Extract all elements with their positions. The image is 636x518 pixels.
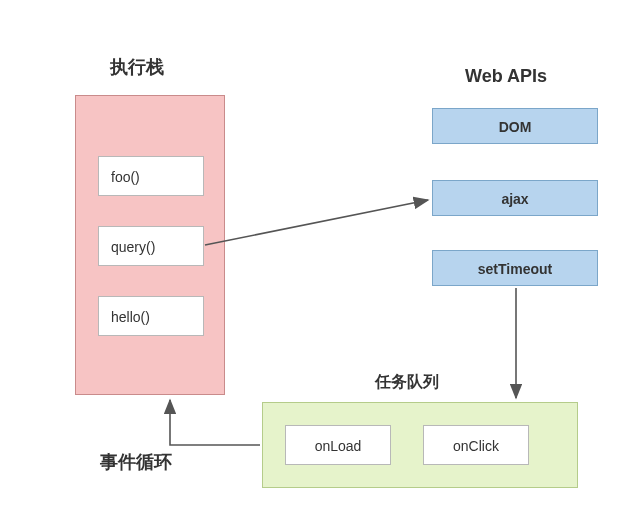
stack-frame: query() (98, 226, 204, 266)
web-api-item: setTimeout (432, 250, 598, 286)
web-apis-title: Web APIs (465, 66, 547, 87)
arrow-queue-to-stack (170, 400, 260, 445)
stack-frame: foo() (98, 156, 204, 196)
task-queue-title: 任务队列 (375, 372, 439, 393)
event-loop-title: 事件循环 (100, 450, 172, 474)
arrow-stack-to-ajax (205, 200, 428, 245)
call-stack-title: 执行栈 (110, 55, 164, 79)
task-queue-panel: onLoad onClick (262, 402, 578, 488)
web-api-item: DOM (432, 108, 598, 144)
task-queue-item: onLoad (285, 425, 391, 465)
task-queue-item: onClick (423, 425, 529, 465)
call-stack-panel: foo() query() hello() (75, 95, 225, 395)
web-api-item: ajax (432, 180, 598, 216)
diagram-canvas: 执行栈 Web APIs 任务队列 事件循环 foo() query() hel… (0, 0, 636, 518)
stack-frame: hello() (98, 296, 204, 336)
